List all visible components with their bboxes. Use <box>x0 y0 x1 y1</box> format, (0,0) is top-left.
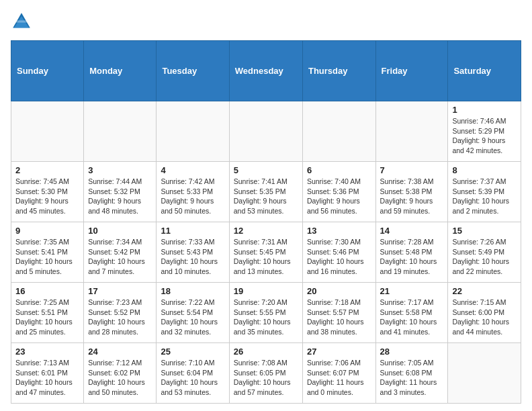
calendar-cell: 16Sunrise: 7:25 AM Sunset: 5:51 PM Dayli… <box>11 283 84 343</box>
calendar-cell <box>229 101 302 162</box>
day-number: 9 <box>15 226 79 236</box>
weekday-header: Tuesday <box>157 41 229 101</box>
calendar-cell: 3Sunrise: 7:44 AM Sunset: 5:32 PM Daylig… <box>84 162 157 222</box>
day-number: 14 <box>380 226 444 236</box>
calendar-cell: 20Sunrise: 7:18 AM Sunset: 5:57 PM Dayli… <box>302 283 375 343</box>
day-info: Sunrise: 7:15 AM Sunset: 6:00 PM Dayligh… <box>452 298 517 337</box>
calendar-cell: 17Sunrise: 7:23 AM Sunset: 5:52 PM Dayli… <box>84 283 157 343</box>
day-info: Sunrise: 7:42 AM Sunset: 5:33 PM Dayligh… <box>161 177 224 216</box>
calendar-cell: 9Sunrise: 7:35 AM Sunset: 5:41 PM Daylig… <box>11 222 84 283</box>
calendar-table: SundayMondayTuesdayWednesdayThursdayFrid… <box>11 40 521 404</box>
day-info: Sunrise: 7:37 AM Sunset: 5:39 PM Dayligh… <box>452 177 517 216</box>
day-number: 13 <box>307 226 371 236</box>
calendar-cell: 19Sunrise: 7:20 AM Sunset: 5:55 PM Dayli… <box>229 283 302 343</box>
day-info: Sunrise: 7:23 AM Sunset: 5:52 PM Dayligh… <box>88 298 152 337</box>
day-info: Sunrise: 7:41 AM Sunset: 5:35 PM Dayligh… <box>234 177 298 216</box>
day-info: Sunrise: 7:46 AM Sunset: 5:29 PM Dayligh… <box>452 116 517 156</box>
calendar-cell <box>84 101 157 162</box>
logo-icon <box>11 11 32 32</box>
calendar-cell: 15Sunrise: 7:26 AM Sunset: 5:49 PM Dayli… <box>448 222 521 283</box>
day-info: Sunrise: 7:13 AM Sunset: 6:01 PM Dayligh… <box>15 358 79 398</box>
calendar-cell: 14Sunrise: 7:28 AM Sunset: 5:48 PM Dayli… <box>375 222 448 283</box>
day-number: 10 <box>88 226 152 236</box>
day-number: 17 <box>88 286 152 296</box>
day-number: 3 <box>88 165 152 175</box>
day-info: Sunrise: 7:17 AM Sunset: 5:58 PM Dayligh… <box>380 298 444 337</box>
calendar-week-row: 1Sunrise: 7:46 AM Sunset: 5:29 PM Daylig… <box>11 101 521 162</box>
calendar-cell <box>375 101 448 162</box>
calendar-week-row: 2Sunrise: 7:45 AM Sunset: 5:30 PM Daylig… <box>11 162 521 222</box>
day-number: 7 <box>380 165 444 175</box>
day-number: 19 <box>234 286 298 296</box>
day-info: Sunrise: 7:38 AM Sunset: 5:38 PM Dayligh… <box>380 177 444 216</box>
calendar-cell: 22Sunrise: 7:15 AM Sunset: 6:00 PM Dayli… <box>448 283 521 343</box>
calendar-cell: 13Sunrise: 7:30 AM Sunset: 5:46 PM Dayli… <box>302 222 375 283</box>
calendar-week-row: 23Sunrise: 7:13 AM Sunset: 6:01 PM Dayli… <box>11 343 521 404</box>
logo <box>11 11 35 32</box>
day-number: 11 <box>161 226 224 236</box>
day-info: Sunrise: 7:33 AM Sunset: 5:43 PM Dayligh… <box>161 237 224 277</box>
day-number: 12 <box>234 226 298 236</box>
day-number: 16 <box>15 286 79 296</box>
calendar-cell: 12Sunrise: 7:31 AM Sunset: 5:45 PM Dayli… <box>229 222 302 283</box>
calendar-cell: 6Sunrise: 7:40 AM Sunset: 5:36 PM Daylig… <box>302 162 375 222</box>
day-info: Sunrise: 7:40 AM Sunset: 5:36 PM Dayligh… <box>307 177 371 216</box>
day-info: Sunrise: 7:06 AM Sunset: 6:07 PM Dayligh… <box>307 358 371 398</box>
day-number: 26 <box>234 347 298 357</box>
day-info: Sunrise: 7:30 AM Sunset: 5:46 PM Dayligh… <box>307 237 371 277</box>
calendar-cell: 18Sunrise: 7:22 AM Sunset: 5:54 PM Dayli… <box>157 283 229 343</box>
calendar-cell: 21Sunrise: 7:17 AM Sunset: 5:58 PM Dayli… <box>375 283 448 343</box>
calendar-cell: 24Sunrise: 7:12 AM Sunset: 6:02 PM Dayli… <box>84 343 157 404</box>
weekday-header: Thursday <box>302 41 375 101</box>
weekday-header: Monday <box>84 41 157 101</box>
day-info: Sunrise: 7:45 AM Sunset: 5:30 PM Dayligh… <box>15 177 79 216</box>
day-number: 22 <box>452 286 517 296</box>
day-number: 5 <box>234 165 298 175</box>
calendar-cell: 8Sunrise: 7:37 AM Sunset: 5:39 PM Daylig… <box>448 162 521 222</box>
calendar-cell: 27Sunrise: 7:06 AM Sunset: 6:07 PM Dayli… <box>302 343 375 404</box>
day-info: Sunrise: 7:26 AM Sunset: 5:49 PM Dayligh… <box>452 237 517 277</box>
calendar-cell: 1Sunrise: 7:46 AM Sunset: 5:29 PM Daylig… <box>448 101 521 162</box>
day-info: Sunrise: 7:28 AM Sunset: 5:48 PM Dayligh… <box>380 237 444 277</box>
calendar-cell: 10Sunrise: 7:34 AM Sunset: 5:42 PM Dayli… <box>84 222 157 283</box>
day-info: Sunrise: 7:12 AM Sunset: 6:02 PM Dayligh… <box>88 358 152 398</box>
day-info: Sunrise: 7:31 AM Sunset: 5:45 PM Dayligh… <box>234 237 298 277</box>
weekday-header: Sunday <box>11 41 84 101</box>
day-number: 24 <box>88 347 152 357</box>
page-header <box>11 11 521 32</box>
calendar-cell <box>302 101 375 162</box>
day-number: 18 <box>161 286 224 296</box>
day-number: 23 <box>15 347 79 357</box>
day-info: Sunrise: 7:05 AM Sunset: 6:08 PM Dayligh… <box>380 358 444 398</box>
calendar-cell: 11Sunrise: 7:33 AM Sunset: 5:43 PM Dayli… <box>157 222 229 283</box>
svg-rect-2 <box>16 20 27 22</box>
day-number: 2 <box>15 165 79 175</box>
day-number: 4 <box>161 165 224 175</box>
day-info: Sunrise: 7:20 AM Sunset: 5:55 PM Dayligh… <box>234 298 298 337</box>
day-number: 25 <box>161 347 224 357</box>
day-info: Sunrise: 7:22 AM Sunset: 5:54 PM Dayligh… <box>161 298 224 337</box>
weekday-header: Wednesday <box>229 41 302 101</box>
day-info: Sunrise: 7:10 AM Sunset: 6:04 PM Dayligh… <box>161 358 224 398</box>
day-number: 27 <box>307 347 371 357</box>
day-info: Sunrise: 7:35 AM Sunset: 5:41 PM Dayligh… <box>15 237 79 277</box>
calendar-cell <box>448 343 521 404</box>
day-number: 8 <box>452 165 517 175</box>
day-number: 6 <box>307 165 371 175</box>
calendar-cell: 26Sunrise: 7:08 AM Sunset: 6:05 PM Dayli… <box>229 343 302 404</box>
calendar-cell: 4Sunrise: 7:42 AM Sunset: 5:33 PM Daylig… <box>157 162 229 222</box>
day-number: 15 <box>452 226 517 236</box>
calendar-cell <box>11 101 84 162</box>
day-info: Sunrise: 7:44 AM Sunset: 5:32 PM Dayligh… <box>88 177 152 216</box>
calendar-week-row: 16Sunrise: 7:25 AM Sunset: 5:51 PM Dayli… <box>11 283 521 343</box>
weekday-header: Friday <box>375 41 448 101</box>
calendar-cell <box>157 101 229 162</box>
weekday-header: Saturday <box>448 41 521 101</box>
day-info: Sunrise: 7:34 AM Sunset: 5:42 PM Dayligh… <box>88 237 152 277</box>
calendar-cell: 25Sunrise: 7:10 AM Sunset: 6:04 PM Dayli… <box>157 343 229 404</box>
calendar-cell: 7Sunrise: 7:38 AM Sunset: 5:38 PM Daylig… <box>375 162 448 222</box>
calendar-week-row: 9Sunrise: 7:35 AM Sunset: 5:41 PM Daylig… <box>11 222 521 283</box>
day-number: 21 <box>380 286 444 296</box>
day-info: Sunrise: 7:08 AM Sunset: 6:05 PM Dayligh… <box>234 358 298 398</box>
calendar-cell: 28Sunrise: 7:05 AM Sunset: 6:08 PM Dayli… <box>375 343 448 404</box>
